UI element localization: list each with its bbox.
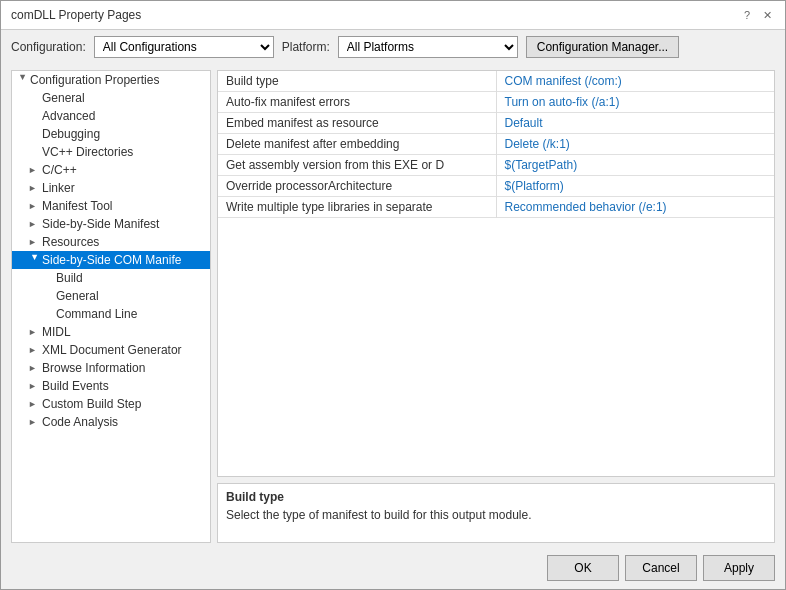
config-label: Configuration: — [11, 40, 86, 54]
sidebar-item-browse-info[interactable]: ► Browse Information — [12, 359, 210, 377]
sidebar-item-configuration-properties[interactable]: ► Configuration Properties — [12, 71, 210, 89]
prop-name: Override processorArchitecture — [218, 176, 496, 197]
prop-name: Build type — [218, 71, 496, 92]
sidebar-item-side-by-side-com[interactable]: ► Side-by-Side COM Manife — [12, 251, 210, 269]
info-area: Build type Select the type of manifest t… — [217, 483, 775, 543]
tree-item-label: Build Events — [42, 379, 109, 393]
sidebar-item-build-events[interactable]: ► Build Events — [12, 377, 210, 395]
tree-item-label: General — [56, 289, 99, 303]
title-bar: comDLL Property Pages ? ✕ — [1, 1, 785, 30]
expand-arrow — [28, 129, 42, 139]
tree-item-label: Code Analysis — [42, 415, 118, 429]
tree-item-label: Command Line — [56, 307, 137, 321]
prop-value: Delete (/k:1) — [496, 134, 774, 155]
sidebar-item-midl[interactable]: ► MIDL — [12, 323, 210, 341]
sidebar-item-general[interactable]: General — [12, 89, 210, 107]
sidebar-item-cpp[interactable]: ► C/C++ — [12, 161, 210, 179]
expand-arrow: ► — [28, 165, 42, 175]
prop-value: $(Platform) — [496, 176, 774, 197]
tree-item-label: Browse Information — [42, 361, 145, 375]
sidebar-item-xml-doc[interactable]: ► XML Document Generator — [12, 341, 210, 359]
config-select[interactable]: All Configurations — [94, 36, 274, 58]
expand-arrow — [28, 111, 42, 121]
sidebar-item-vc-directories[interactable]: VC++ Directories — [12, 143, 210, 161]
left-panel: ► Configuration Properties General Advan… — [11, 70, 211, 543]
sidebar-item-side-by-side-manifest[interactable]: ► Side-by-Side Manifest — [12, 215, 210, 233]
expand-arrow: ► — [28, 219, 42, 229]
prop-value: COM manifest (/com:) — [496, 71, 774, 92]
prop-value: $(TargetPath) — [496, 155, 774, 176]
table-row[interactable]: Embed manifest as resource Default — [218, 113, 774, 134]
sidebar-item-command-line[interactable]: Command Line — [12, 305, 210, 323]
sidebar-item-custom-build-step[interactable]: ► Custom Build Step — [12, 395, 210, 413]
button-row: OK Cancel Apply — [1, 549, 785, 589]
tree-item-label: Advanced — [42, 109, 95, 123]
expand-arrow — [42, 273, 56, 283]
tree-item-label: Debugging — [42, 127, 100, 141]
expand-arrow — [28, 93, 42, 103]
sidebar-item-code-analysis[interactable]: ► Code Analysis — [12, 413, 210, 431]
tree-item-label: VC++ Directories — [42, 145, 133, 159]
expand-arrow: ► — [30, 253, 40, 267]
config-manager-button[interactable]: Configuration Manager... — [526, 36, 679, 58]
table-row[interactable]: Write multiple type libraries in separat… — [218, 197, 774, 218]
expand-arrow: ► — [28, 237, 42, 247]
cancel-button[interactable]: Cancel — [625, 555, 697, 581]
ok-button[interactable]: OK — [547, 555, 619, 581]
expand-arrow: ► — [28, 399, 42, 409]
sidebar-item-linker[interactable]: ► Linker — [12, 179, 210, 197]
table-row[interactable]: Build type COM manifest (/com:) — [218, 71, 774, 92]
prop-name: Delete manifest after embedding — [218, 134, 496, 155]
sidebar-item-manifest-tool[interactable]: ► Manifest Tool — [12, 197, 210, 215]
sidebar-item-general2[interactable]: General — [12, 287, 210, 305]
tree-item-label: Custom Build Step — [42, 397, 141, 411]
tree-item-label: General — [42, 91, 85, 105]
expand-arrow: ► — [28, 345, 42, 355]
prop-name: Auto-fix manifest errors — [218, 92, 496, 113]
tree-item-label: Linker — [42, 181, 75, 195]
tree-item-label: Configuration Properties — [30, 73, 159, 87]
expand-arrow: ► — [28, 201, 42, 211]
table-row[interactable]: Delete manifest after embedding Delete (… — [218, 134, 774, 155]
prop-value: Recommended behavior (/e:1) — [496, 197, 774, 218]
sidebar-item-resources[interactable]: ► Resources — [12, 233, 210, 251]
expand-arrow: ► — [28, 363, 42, 373]
platform-select[interactable]: All Platforms — [338, 36, 518, 58]
expand-arrow: ► — [28, 183, 42, 193]
prop-name: Write multiple type libraries in separat… — [218, 197, 496, 218]
tree-item-label: Resources — [42, 235, 99, 249]
expand-arrow: ► — [28, 381, 42, 391]
help-button[interactable]: ? — [739, 7, 755, 23]
apply-button[interactable]: Apply — [703, 555, 775, 581]
table-row[interactable]: Get assembly version from this EXE or D … — [218, 155, 774, 176]
main-content: ► Configuration Properties General Advan… — [1, 64, 785, 549]
tree-item-label: Side-by-Side Manifest — [42, 217, 159, 231]
tree-item-label: MIDL — [42, 325, 71, 339]
expand-arrow — [42, 291, 56, 301]
prop-name: Get assembly version from this EXE or D — [218, 155, 496, 176]
info-description: Select the type of manifest to build for… — [226, 508, 766, 522]
tree-item-label: Build — [56, 271, 83, 285]
right-panel: Build type COM manifest (/com:) Auto-fix… — [217, 70, 775, 543]
properties-area: Build type COM manifest (/com:) Auto-fix… — [217, 70, 775, 477]
expand-arrow: ► — [28, 417, 42, 427]
platform-label: Platform: — [282, 40, 330, 54]
prop-value: Turn on auto-fix (/a:1) — [496, 92, 774, 113]
expand-arrow — [42, 309, 56, 319]
table-row[interactable]: Override processorArchitecture $(Platfor… — [218, 176, 774, 197]
sidebar-item-build[interactable]: Build — [12, 269, 210, 287]
sidebar-item-advanced[interactable]: Advanced — [12, 107, 210, 125]
expand-arrow: ► — [28, 327, 42, 337]
prop-name: Embed manifest as resource — [218, 113, 496, 134]
expand-arrow: ► — [18, 73, 28, 87]
tree-item-label: XML Document Generator — [42, 343, 182, 357]
dialog: comDLL Property Pages ? ✕ Configuration:… — [0, 0, 786, 590]
expand-arrow — [28, 147, 42, 157]
prop-value: Default — [496, 113, 774, 134]
close-button[interactable]: ✕ — [759, 7, 775, 23]
table-row[interactable]: Auto-fix manifest errors Turn on auto-fi… — [218, 92, 774, 113]
sidebar-item-debugging[interactable]: Debugging — [12, 125, 210, 143]
config-row: Configuration: All Configurations Platfo… — [1, 30, 785, 64]
tree-item-label: Manifest Tool — [42, 199, 112, 213]
info-title: Build type — [226, 490, 766, 504]
